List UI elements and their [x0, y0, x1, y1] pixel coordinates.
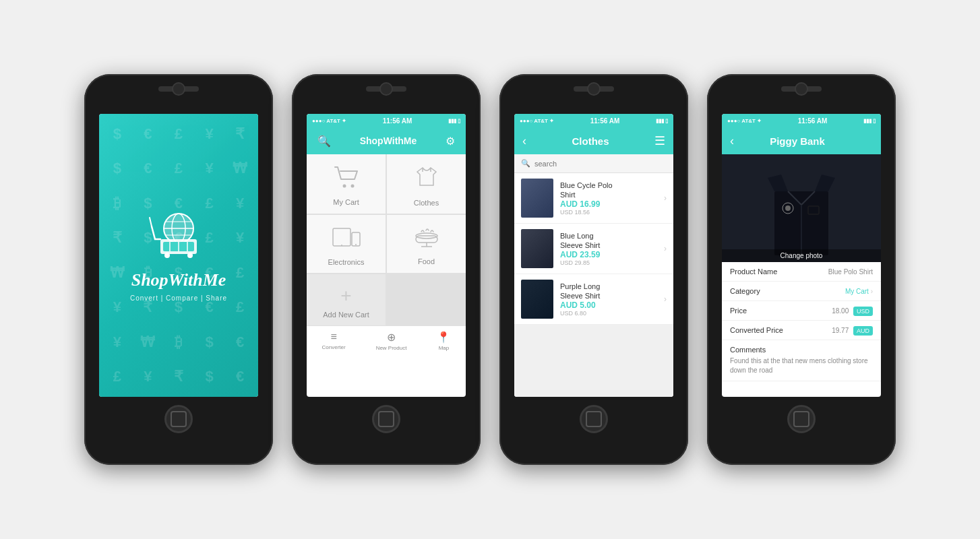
product-info-2: Blue LongSleeve Shirt AUD 23.59 USD 29.8…: [560, 231, 657, 267]
product-price-usd-2: USD 29.85: [560, 259, 657, 266]
price-label: Price: [730, 307, 747, 315]
product-thumb-1: [521, 179, 553, 218]
add-icon: +: [340, 285, 351, 307]
category-grid: My Cart Clothes: [307, 154, 466, 325]
nav-converter-label: Converter: [322, 344, 346, 350]
product-price-usd-3: USD 6.80: [560, 310, 657, 317]
nav-new-product[interactable]: ⊕ New Product: [376, 331, 407, 351]
search-input[interactable]: [534, 160, 667, 168]
svg-point-13: [342, 185, 346, 188]
settings-icon[interactable]: ⚙: [443, 132, 458, 150]
comments-label: Comments: [730, 346, 766, 354]
product-image-2: [521, 229, 553, 268]
status-bar-4: ●●●○ AT&T ✦ 11:56 AM ▮▮▮ ▯: [722, 114, 881, 127]
product-info-1: Blue Cycle PoloShirt AUD 16.99 USD 18.56: [560, 181, 657, 216]
search-bar: 🔍: [514, 154, 673, 173]
product-price-usd-1: USD 18.56: [560, 209, 657, 216]
home-button-4[interactable]: [787, 405, 816, 433]
signal-2: ●●●○ AT&T ✦: [312, 118, 346, 124]
time-2: 11:56 AM: [383, 117, 412, 125]
grid-cell-electronics[interactable]: Electronics: [307, 215, 386, 273]
status-bar-2: ●●●○ AT&T ✦ 11:56 AM ▮▮▮ ▯: [307, 114, 466, 127]
converter-icon: ≡: [330, 331, 336, 343]
product-item-1[interactable]: Blue Cycle PoloShirt AUD 16.99 USD 18.56…: [514, 173, 673, 224]
change-photo-label: Change photo: [780, 252, 823, 259]
product-arrow-2: ›: [664, 244, 667, 253]
grid-cell-clothes[interactable]: Clothes: [387, 154, 466, 214]
nav-map-label: Map: [439, 345, 450, 351]
product-name-1: Blue Cycle PoloShirt: [560, 181, 657, 200]
detail-row-category[interactable]: Category My Cart ›: [722, 282, 881, 301]
detail-header: ‹ Piggy Bank: [722, 127, 881, 154]
svg-point-14: [350, 185, 354, 188]
nav-map[interactable]: 📍 Map: [437, 331, 450, 351]
change-photo-overlay[interactable]: Change photo: [722, 249, 881, 262]
app-header-title: ShopWithMe: [360, 135, 417, 146]
signal-3: ●●●○ AT&T ✦: [520, 118, 554, 124]
bottom-nav: ≡ Converter ⊕ New Product 📍 Map: [307, 325, 466, 355]
food-label: Food: [418, 257, 435, 265]
svg-point-29: [785, 205, 791, 211]
product-name-2: Blue LongSleeve Shirt: [560, 231, 657, 251]
app-header: 🔍 ShopWithMe ⚙: [307, 127, 466, 154]
status-bar-3: ●●●○ AT&T ✦ 11:56 AM ▮▮▮ ▯: [514, 114, 673, 127]
detail-row-converted: Converted Price 19.77 AUD: [722, 321, 881, 340]
back-btn-clothes[interactable]: ‹: [522, 134, 526, 148]
nav-new-product-label: New Product: [376, 345, 407, 351]
product-item-2[interactable]: Blue LongSleeve Shirt AUD 23.59 USD 29.8…: [514, 224, 673, 274]
product-price-aud-2: AUD 23.59: [560, 250, 657, 259]
clothes-icon: [415, 165, 439, 195]
phone-splash: $€£¥₹ $€£¥₩ ₿$€£¥ ₹$€£¥ ₩₿$€£ ¥₹$€£ ¥₩₿$…: [84, 74, 273, 465]
list-header: ‹ Clothes ☰: [514, 127, 673, 154]
detail-screen-title: Piggy Bank: [770, 135, 825, 147]
converted-price-label: Converted Price: [730, 326, 783, 334]
comments-text: Found this at the that new mens clothing…: [730, 356, 873, 375]
product-thumb-2: [521, 229, 553, 268]
svg-rect-21: [416, 236, 437, 243]
splash-screen: $€£¥₹ $€£¥₩ ₿$€£¥ ₹$€£¥ ₩₿$€£ ¥₹$€£ ¥₩₿$…: [99, 114, 258, 397]
mycart-label: My Cart: [333, 198, 359, 206]
product-info-3: Purple LongSleeve Shirt AUD 5.00 USD 6.8…: [560, 282, 657, 317]
grid-cell-mycart[interactable]: My Cart: [307, 154, 386, 214]
svg-rect-17: [333, 228, 350, 246]
home-button-3[interactable]: [580, 405, 608, 433]
home-button-1[interactable]: [164, 405, 193, 433]
clothes-label: Clothes: [414, 199, 439, 207]
screen-splash: $€£¥₹ $€£¥₩ ₿$€£¥ ₹$€£¥ ₩₿$€£ ¥₹$€£ ¥₩₿$…: [99, 114, 258, 397]
grid-cell-add[interactable]: + Add New Cart: [307, 274, 386, 325]
battery-4: ▮▮▮ ▯: [863, 118, 876, 124]
time-4: 11:56 AM: [798, 117, 828, 125]
phone-detail: ●●●○ AT&T ✦ 11:56 AM ▮▮▮ ▯ ‹ Piggy Bank: [707, 74, 896, 465]
search-icon-header[interactable]: 🔍: [315, 132, 334, 150]
back-btn-detail[interactable]: ‹: [730, 134, 734, 148]
detail-row-comments: Comments Found this at the that new mens…: [722, 340, 881, 381]
signal-4: ●●●○ AT&T ✦: [727, 118, 762, 124]
product-arrow-1: ›: [664, 193, 667, 203]
detail-row-price: Price 18.00 USD: [722, 301, 881, 321]
price-value: 18.00 USD: [832, 307, 873, 315]
detail-row-product-name: Product Name Blue Polo Shirt: [722, 262, 881, 282]
add-label: Add New Cart: [323, 311, 369, 319]
svg-point-18: [341, 245, 342, 246]
clothes-screen-title: Clothes: [572, 135, 609, 147]
product-image-1: [521, 179, 553, 218]
category-value: My Cart ›: [845, 288, 873, 295]
usd-badge: USD: [853, 307, 873, 316]
mycart-icon: [334, 166, 359, 194]
category-label: Category: [730, 287, 760, 295]
menu-icon[interactable]: ☰: [654, 133, 665, 148]
product-price-aud-1: AUD 16.99: [560, 199, 657, 209]
detail-fields: Product Name Blue Polo Shirt Category My…: [722, 262, 881, 381]
home-button-2[interactable]: [372, 405, 400, 433]
aud-badge: AUD: [853, 326, 873, 336]
screen-detail: ●●●○ AT&T ✦ 11:56 AM ▮▮▮ ▯ ‹ Piggy Bank: [722, 114, 881, 397]
product-image-3: [521, 280, 553, 319]
battery-2: ▮▮▮ ▯: [448, 118, 460, 124]
search-icon-list: 🔍: [521, 159, 530, 168]
product-name-3: Purple LongSleeve Shirt: [560, 282, 657, 301]
product-item-3[interactable]: Purple LongSleeve Shirt AUD 5.00 USD 6.8…: [514, 274, 673, 325]
screen-clothes: ●●●○ AT&T ✦ 11:56 AM ▮▮▮ ▯ ‹ Clothes ☰ 🔍: [514, 114, 673, 397]
nav-converter[interactable]: ≡ Converter: [322, 331, 346, 350]
time-3: 11:56 AM: [590, 117, 620, 125]
grid-cell-food[interactable]: Food: [387, 215, 466, 273]
